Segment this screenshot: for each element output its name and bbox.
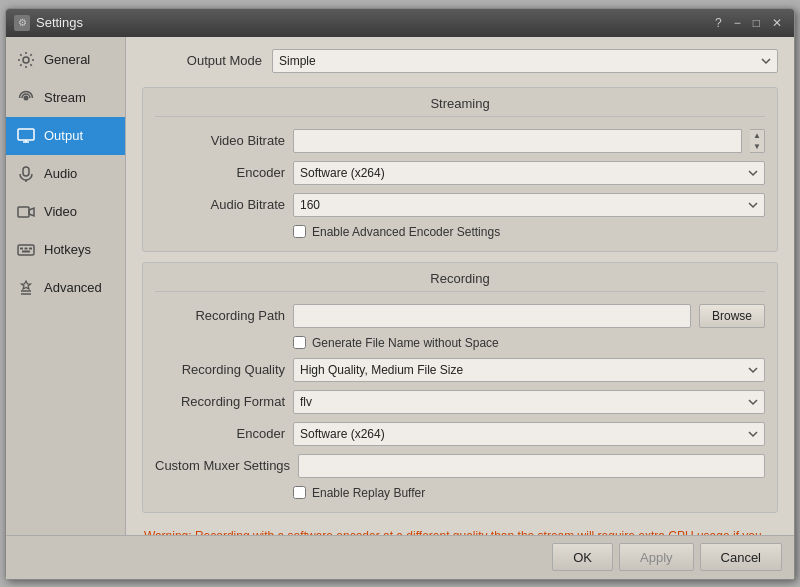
recording-section: Recording Recording Path /home/roger Bro… xyxy=(142,262,778,513)
advanced-icon xyxy=(16,278,36,298)
titlebar: ⚙ Settings ? − □ ✕ xyxy=(6,9,794,37)
apply-button[interactable]: Apply xyxy=(619,543,694,571)
recording-quality-select[interactable]: High Quality, Medium File Size Indisting… xyxy=(293,358,765,382)
stream-icon xyxy=(16,88,36,108)
sidebar-item-advanced[interactable]: Advanced xyxy=(6,269,125,307)
sidebar-label-stream: Stream xyxy=(44,90,86,105)
recording-path-label: Recording Path xyxy=(155,308,285,323)
sidebar-item-output[interactable]: Output xyxy=(6,117,125,155)
svg-rect-5 xyxy=(18,245,34,255)
replay-buffer-checkbox[interactable] xyxy=(293,486,306,499)
streaming-encoder-select[interactable]: Software (x264) Hardware (NVENC) Hardwar… xyxy=(293,161,765,185)
sidebar-item-audio[interactable]: Audio xyxy=(6,155,125,193)
output-icon xyxy=(16,126,36,146)
svg-rect-7 xyxy=(25,247,28,249)
sidebar-item-stream[interactable]: Stream xyxy=(6,79,125,117)
sidebar: General Stream xyxy=(6,37,126,535)
close-button[interactable]: ✕ xyxy=(768,15,786,31)
custom-muxer-label: Custom Muxer Settings xyxy=(155,458,290,473)
svg-rect-4 xyxy=(18,207,29,217)
sidebar-label-audio: Audio xyxy=(44,166,77,181)
sidebar-label-general: General xyxy=(44,52,90,67)
window-title: Settings xyxy=(36,15,83,30)
streaming-encoder-label: Encoder xyxy=(155,165,285,180)
recording-path-input[interactable]: /home/roger xyxy=(293,304,691,328)
warning-text: Warning: Recording with a software encod… xyxy=(142,523,778,535)
recording-quality-label: Recording Quality xyxy=(155,362,285,377)
sidebar-item-video[interactable]: Video xyxy=(6,193,125,231)
hotkeys-icon xyxy=(16,240,36,260)
cancel-button[interactable]: Cancel xyxy=(700,543,782,571)
audio-icon xyxy=(16,164,36,184)
recording-encoder-label: Encoder xyxy=(155,426,285,441)
svg-rect-9 xyxy=(22,250,30,252)
bitrate-up-btn[interactable]: ▲ xyxy=(750,130,764,141)
browse-button[interactable]: Browse xyxy=(699,304,765,328)
advanced-encoder-label: Enable Advanced Encoder Settings xyxy=(312,225,500,239)
maximize-button[interactable]: □ xyxy=(749,15,764,31)
output-mode-select[interactable]: Simple Advanced xyxy=(272,49,778,73)
settings-window: ⚙ Settings ? − □ ✕ General xyxy=(5,8,795,580)
recording-title: Recording xyxy=(155,271,765,292)
app-icon: ⚙ xyxy=(14,15,30,31)
generate-filename-row: Generate File Name without Space xyxy=(155,336,765,350)
replay-buffer-row: Enable Replay Buffer xyxy=(155,486,765,500)
recording-format-select[interactable]: flv mp4 mov mkv ts m3u8 xyxy=(293,390,765,414)
sidebar-item-hotkeys[interactable]: Hotkeys xyxy=(6,231,125,269)
svg-point-1 xyxy=(24,95,29,100)
titlebar-controls: ? − □ ✕ xyxy=(711,15,786,31)
sidebar-label-hotkeys: Hotkeys xyxy=(44,242,91,257)
sidebar-item-general[interactable]: General xyxy=(6,41,125,79)
video-bitrate-label: Video Bitrate xyxy=(155,133,285,148)
main-content: General Stream xyxy=(6,37,794,535)
video-bitrate-row: Video Bitrate 2500 Kbps ▲ ▼ xyxy=(155,129,765,153)
recording-format-label: Recording Format xyxy=(155,394,285,409)
sidebar-label-output: Output xyxy=(44,128,83,143)
bitrate-down-btn[interactable]: ▼ xyxy=(750,141,764,152)
streaming-encoder-row: Encoder Software (x264) Hardware (NVENC)… xyxy=(155,161,765,185)
audio-bitrate-select[interactable]: 64 96 128 160 192 256 320 xyxy=(293,193,765,217)
generate-filename-checkbox[interactable] xyxy=(293,336,306,349)
recording-encoder-select[interactable]: Software (x264) Hardware (NVENC) Hardwar… xyxy=(293,422,765,446)
content-area: Output Mode Simple Advanced Streaming Vi… xyxy=(126,37,794,535)
svg-rect-3 xyxy=(23,167,29,176)
output-mode-row: Output Mode Simple Advanced xyxy=(142,49,778,73)
streaming-section: Streaming Video Bitrate 2500 Kbps ▲ ▼ En… xyxy=(142,87,778,252)
help-button[interactable]: ? xyxy=(711,15,726,31)
titlebar-left: ⚙ Settings xyxy=(14,15,83,31)
footer: OK Apply Cancel xyxy=(6,535,794,579)
sidebar-label-video: Video xyxy=(44,204,77,219)
bitrate-spinner: ▲ ▼ xyxy=(750,129,765,153)
general-icon xyxy=(16,50,36,70)
audio-bitrate-label: Audio Bitrate xyxy=(155,197,285,212)
replay-buffer-label: Enable Replay Buffer xyxy=(312,486,425,500)
recording-format-row: Recording Format flv mp4 mov mkv ts m3u8 xyxy=(155,390,765,414)
streaming-title: Streaming xyxy=(155,96,765,117)
audio-bitrate-row: Audio Bitrate 64 96 128 160 192 256 320 xyxy=(155,193,765,217)
output-mode-label: Output Mode xyxy=(142,53,262,68)
recording-path-row: Recording Path /home/roger Browse xyxy=(155,304,765,328)
video-icon xyxy=(16,202,36,222)
video-bitrate-input[interactable]: 2500 Kbps xyxy=(293,129,742,153)
ok-button[interactable]: OK xyxy=(552,543,613,571)
sidebar-label-advanced: Advanced xyxy=(44,280,102,295)
advanced-encoder-checkbox[interactable] xyxy=(293,225,306,238)
svg-rect-6 xyxy=(20,247,23,249)
recording-encoder-row: Encoder Software (x264) Hardware (NVENC)… xyxy=(155,422,765,446)
generate-filename-label: Generate File Name without Space xyxy=(312,336,499,350)
minimize-button[interactable]: − xyxy=(730,15,745,31)
custom-muxer-input[interactable] xyxy=(298,454,765,478)
svg-rect-8 xyxy=(29,247,32,249)
custom-muxer-row: Custom Muxer Settings xyxy=(155,454,765,478)
advanced-encoder-row: Enable Advanced Encoder Settings xyxy=(155,225,765,239)
svg-rect-2 xyxy=(18,129,34,140)
recording-quality-row: Recording Quality High Quality, Medium F… xyxy=(155,358,765,382)
svg-point-0 xyxy=(23,57,29,63)
